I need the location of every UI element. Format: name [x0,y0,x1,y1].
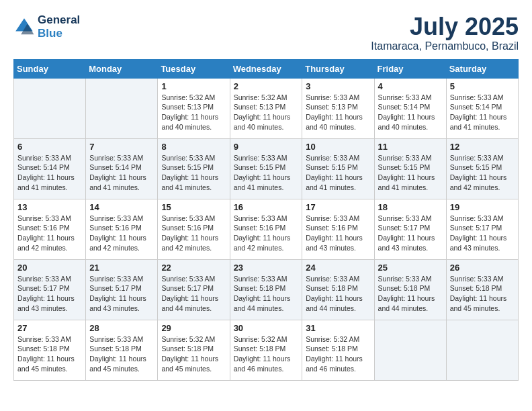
calendar-cell: 4Sunrise: 5:33 AM Sunset: 5:14 PM Daylig… [374,78,446,138]
calendar-cell: 16Sunrise: 5:33 AM Sunset: 5:16 PM Dayli… [230,199,302,259]
calendar-header-saturday: Saturday [446,59,518,78]
logo-text-blue: Blue [38,27,80,40]
calendar-cell: 18Sunrise: 5:33 AM Sunset: 5:17 PM Dayli… [374,199,446,259]
calendar-header-monday: Monday [86,59,158,78]
calendar-cell: 13Sunrise: 5:33 AM Sunset: 5:16 PM Dayli… [14,199,86,259]
logo: General Blue [13,13,80,40]
day-number: 10 [306,142,370,152]
day-info: Sunrise: 5:33 AM Sunset: 5:15 PM Dayligh… [234,153,299,193]
day-info: Sunrise: 5:33 AM Sunset: 5:15 PM Dayligh… [161,153,226,193]
day-info: Sunrise: 5:33 AM Sunset: 5:16 PM Dayligh… [306,214,370,253]
day-info: Sunrise: 5:33 AM Sunset: 5:16 PM Dayligh… [161,214,226,253]
location-title: Itamaraca, Pernambuco, Brazil [371,40,519,52]
day-number: 3 [306,81,370,91]
day-number: 12 [450,142,515,152]
calendar-cell: 2Sunrise: 5:32 AM Sunset: 5:13 PM Daylig… [230,78,302,138]
day-number: 1 [161,81,226,91]
calendar-cell: 11Sunrise: 5:33 AM Sunset: 5:15 PM Dayli… [374,138,446,199]
day-info: Sunrise: 5:33 AM Sunset: 5:15 PM Dayligh… [450,153,515,193]
calendar-week-5: 27Sunrise: 5:33 AM Sunset: 5:18 PM Dayli… [14,320,519,380]
day-number: 27 [17,323,82,333]
calendar-cell: 27Sunrise: 5:33 AM Sunset: 5:18 PM Dayli… [14,320,86,380]
calendar-cell: 29Sunrise: 5:32 AM Sunset: 5:18 PM Dayli… [158,320,230,380]
calendar-cell [446,320,518,380]
calendar-week-2: 6Sunrise: 5:33 AM Sunset: 5:14 PM Daylig… [14,138,519,199]
calendar-cell: 9Sunrise: 5:33 AM Sunset: 5:15 PM Daylig… [230,138,302,199]
day-info: Sunrise: 5:33 AM Sunset: 5:17 PM Dayligh… [161,274,226,314]
day-number: 18 [378,202,443,212]
calendar-cell: 22Sunrise: 5:33 AM Sunset: 5:17 PM Dayli… [158,259,230,320]
day-info: Sunrise: 5:32 AM Sunset: 5:18 PM Dayligh… [234,334,299,374]
day-number: 15 [161,202,226,212]
day-info: Sunrise: 5:33 AM Sunset: 5:14 PM Dayligh… [378,93,443,132]
calendar-cell: 10Sunrise: 5:33 AM Sunset: 5:15 PM Dayli… [302,138,374,199]
day-info: Sunrise: 5:33 AM Sunset: 5:15 PM Dayligh… [378,153,443,193]
day-info: Sunrise: 5:32 AM Sunset: 5:13 PM Dayligh… [234,93,299,132]
calendar-cell: 14Sunrise: 5:33 AM Sunset: 5:16 PM Dayli… [86,199,158,259]
day-info: Sunrise: 5:33 AM Sunset: 5:14 PM Dayligh… [17,153,82,193]
calendar-cell: 19Sunrise: 5:33 AM Sunset: 5:17 PM Dayli… [446,199,518,259]
calendar-header-friday: Friday [374,59,446,78]
day-info: Sunrise: 5:33 AM Sunset: 5:16 PM Dayligh… [234,214,299,253]
day-number: 25 [378,263,443,273]
day-number: 16 [234,202,299,212]
day-number: 28 [89,323,154,333]
day-info: Sunrise: 5:33 AM Sunset: 5:18 PM Dayligh… [89,334,154,374]
day-info: Sunrise: 5:32 AM Sunset: 5:13 PM Dayligh… [161,93,226,132]
day-info: Sunrise: 5:33 AM Sunset: 5:14 PM Dayligh… [450,93,515,132]
calendar-cell: 20Sunrise: 5:33 AM Sunset: 5:17 PM Dayli… [14,259,86,320]
day-info: Sunrise: 5:33 AM Sunset: 5:18 PM Dayligh… [234,274,299,314]
day-number: 22 [161,263,226,273]
day-number: 31 [306,323,370,333]
calendar-cell: 21Sunrise: 5:33 AM Sunset: 5:17 PM Dayli… [86,259,158,320]
calendar-week-4: 20Sunrise: 5:33 AM Sunset: 5:17 PM Dayli… [14,259,519,320]
month-title: July 2025 [371,13,519,40]
calendar-header-row: SundayMondayTuesdayWednesdayThursdayFrid… [14,59,519,78]
calendar-cell: 30Sunrise: 5:32 AM Sunset: 5:18 PM Dayli… [230,320,302,380]
day-info: Sunrise: 5:33 AM Sunset: 5:14 PM Dayligh… [89,153,154,193]
calendar-cell [374,320,446,380]
day-number: 21 [89,263,154,273]
logo-text-general: General [38,13,80,27]
day-info: Sunrise: 5:33 AM Sunset: 5:17 PM Dayligh… [378,214,443,253]
logo-icon [13,16,35,38]
calendar-header-sunday: Sunday [14,59,86,78]
calendar-cell: 25Sunrise: 5:33 AM Sunset: 5:18 PM Dayli… [374,259,446,320]
calendar-cell [86,78,158,138]
day-number: 11 [378,142,443,152]
day-info: Sunrise: 5:33 AM Sunset: 5:17 PM Dayligh… [450,214,515,253]
day-info: Sunrise: 5:33 AM Sunset: 5:16 PM Dayligh… [17,214,82,253]
page-header: General Blue July 2025 Itamaraca, Pernam… [13,13,519,52]
day-number: 23 [234,263,299,273]
day-info: Sunrise: 5:33 AM Sunset: 5:18 PM Dayligh… [306,274,370,314]
calendar-header-tuesday: Tuesday [158,59,230,78]
calendar-cell: 15Sunrise: 5:33 AM Sunset: 5:16 PM Dayli… [158,199,230,259]
calendar-cell: 31Sunrise: 5:32 AM Sunset: 5:18 PM Dayli… [302,320,374,380]
day-info: Sunrise: 5:33 AM Sunset: 5:16 PM Dayligh… [89,214,154,253]
day-number: 7 [89,142,154,152]
day-number: 6 [17,142,82,152]
day-info: Sunrise: 5:32 AM Sunset: 5:18 PM Dayligh… [306,334,370,374]
day-number: 20 [17,263,82,273]
calendar-cell: 17Sunrise: 5:33 AM Sunset: 5:16 PM Dayli… [302,199,374,259]
calendar-cell: 5Sunrise: 5:33 AM Sunset: 5:14 PM Daylig… [446,78,518,138]
day-number: 14 [89,202,154,212]
calendar-cell: 6Sunrise: 5:33 AM Sunset: 5:14 PM Daylig… [14,138,86,199]
day-info: Sunrise: 5:33 AM Sunset: 5:18 PM Dayligh… [450,274,515,314]
calendar-header-thursday: Thursday [302,59,374,78]
day-number: 5 [450,81,515,91]
day-number: 24 [306,263,370,273]
day-number: 29 [161,323,226,333]
day-number: 17 [306,202,370,212]
day-info: Sunrise: 5:33 AM Sunset: 5:17 PM Dayligh… [17,274,82,314]
calendar-cell: 23Sunrise: 5:33 AM Sunset: 5:18 PM Dayli… [230,259,302,320]
calendar-week-3: 13Sunrise: 5:33 AM Sunset: 5:16 PM Dayli… [14,199,519,259]
day-number: 9 [234,142,299,152]
calendar-cell: 26Sunrise: 5:33 AM Sunset: 5:18 PM Dayli… [446,259,518,320]
day-number: 30 [234,323,299,333]
calendar-body: 1Sunrise: 5:32 AM Sunset: 5:13 PM Daylig… [14,78,519,380]
day-info: Sunrise: 5:33 AM Sunset: 5:18 PM Dayligh… [17,334,82,374]
calendar-cell: 12Sunrise: 5:33 AM Sunset: 5:15 PM Dayli… [446,138,518,199]
calendar-cell: 1Sunrise: 5:32 AM Sunset: 5:13 PM Daylig… [158,78,230,138]
calendar-cell: 3Sunrise: 5:33 AM Sunset: 5:13 PM Daylig… [302,78,374,138]
